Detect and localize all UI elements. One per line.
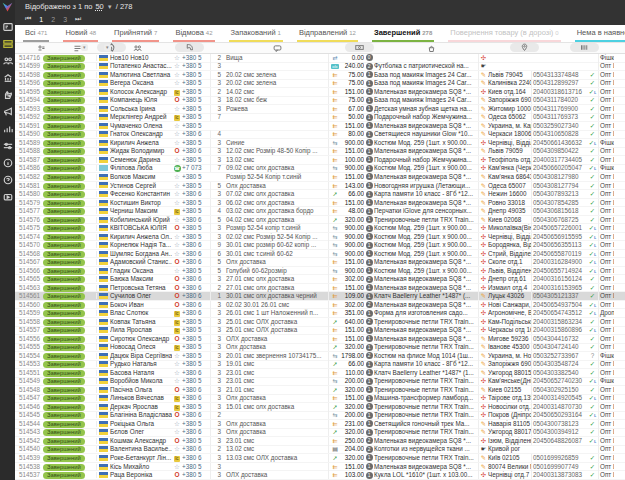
product-name[interactable]: Маленькая видеокамера SQ8 *... <box>374 437 478 445</box>
product-name[interactable]: Костюм Мод. 259 (1шт. х 900.00... <box>374 233 478 241</box>
incoming-call-icon[interactable] <box>97 43 126 52</box>
table-row[interactable]: 514591ЗавершенийЧумаченко Олена☆+380 5⇇1… <box>15 122 625 131</box>
tracking-number[interactable]: 20450654743512 <box>531 309 587 317</box>
client-phone[interactable]: +380 5 <box>182 71 210 79</box>
manager-comment[interactable]: Олх доставка <box>223 420 328 428</box>
client-name[interactable]: КВІТОВСЬКА ЮЛІЯ <box>110 224 172 232</box>
manager-tag[interactable]: Опт L <box>598 130 614 138</box>
status-badge[interactable]: Завершений <box>43 394 96 402</box>
client-phone[interactable]: +380 6 <box>182 250 210 258</box>
table-row[interactable]: 514558ЗавершенийКовпак Татьянаlc+380 532… <box>15 318 625 327</box>
tracking-number[interactable]: 20400316156124 <box>531 275 587 283</box>
delivery-city[interactable]: Покров (Дніпро... <box>488 411 531 419</box>
client-name[interactable]: Адамовский Станис... <box>110 258 172 266</box>
status-badge[interactable]: Завершений <box>43 403 96 411</box>
tracking-number[interactable]: 0503252733967 <box>531 352 587 360</box>
tracking-number[interactable]: 0504312899297 <box>531 79 587 87</box>
client-name[interactable]: Бєлов Олег <box>110 428 172 436</box>
delivery-city[interactable]: Наварія 81105 <box>488 420 531 428</box>
delivery-city[interactable]: Ізюм, Відділенн... <box>488 437 531 445</box>
status-badge[interactable]: Завершений <box>43 428 96 436</box>
client-phone[interactable]: +380 5 <box>182 182 210 190</box>
product-name[interactable]: Тренировочные петли TRX Train... <box>374 411 478 419</box>
client-name[interactable]: Гладик Оксана <box>110 267 172 275</box>
client-name[interactable]: Воробйов Микола <box>110 377 172 385</box>
sliders-icon[interactable] <box>2 140 13 151</box>
tracking-number[interactable]: 0504300394912 <box>531 428 587 436</box>
client-phone[interactable]: +380 5 <box>182 139 210 147</box>
product-name[interactable]: Костюм Мод. 259 (1шт. х 900.00... <box>374 267 478 275</box>
product-name[interactable]: Машина-трансформер ламборд... <box>374 394 478 402</box>
status-badge[interactable]: Завершений <box>43 250 96 258</box>
table-row[interactable]: 514545ЗавершенийБлагініна ВладіславаO+38… <box>15 412 625 421</box>
client-phone[interactable]: +380 6 <box>182 301 210 309</box>
manager-tag[interactable]: Опт L <box>598 156 614 164</box>
tracking-number[interactable]: 0504308127794 <box>531 182 587 190</box>
tracking-number[interactable]: 0501699907749 <box>531 463 587 471</box>
product-name[interactable]: Маленькая видеокамера SQ8 *... <box>374 147 478 155</box>
tab-8[interactable]: Повернення товару (в дорозі)0 <box>448 28 560 42</box>
manager-tag[interactable]: Опт L <box>598 122 614 130</box>
delivery-city[interactable]: Черкасы отд 16 <box>488 326 531 334</box>
client-phone[interactable]: +380 6 <box>182 190 210 198</box>
manager-tag[interactable]: Опт L <box>598 182 614 190</box>
tracking-number[interactable]: 0504302925150 <box>531 386 587 394</box>
client-name[interactable]: Лила Ярослав <box>110 326 172 334</box>
people-icon[interactable] <box>133 43 142 53</box>
product-name[interactable]: База под макияж Images 24 Car... <box>374 96 478 104</box>
client-name[interactable]: Ковпак Татьяна <box>110 318 172 326</box>
client-name[interactable]: Чумаченко Олена <box>110 122 172 130</box>
tracking-number[interactable]: 0504303382540 <box>531 369 587 377</box>
product-name[interactable]: Тренировочные петли TRX Train... <box>374 428 478 436</box>
product-name[interactable]: Маленькая видеокамера SQ8 *... <box>374 88 478 96</box>
client-name[interactable]: Влас Слотюк <box>110 309 172 317</box>
money-icon[interactable] <box>345 43 374 52</box>
client-name[interactable]: Баюка Максим <box>110 275 172 283</box>
table-row[interactable]: 514577ЗавершенийЧерниш Максимlc+380 5403… <box>15 207 625 216</box>
manager-comment[interactable]: 30.01 смс олх доставка черний <box>223 292 328 300</box>
client-name[interactable]: Фесенко Константин <box>110 190 172 198</box>
manager-tag[interactable]: Опт L <box>598 258 614 266</box>
product-name[interactable]: Новогодняя игрушка (Летающи... <box>374 182 478 190</box>
delivery-city[interactable]: Львів, Відділен... <box>488 267 531 275</box>
delivery-city[interactable]: Бородянка, Від... <box>488 241 531 249</box>
tracking-number[interactable]: 0504313374848 <box>531 71 587 79</box>
phone-icon[interactable] <box>175 43 204 52</box>
status-badge[interactable]: Завершений <box>43 62 96 70</box>
delivery-city[interactable]: Мигове 59236 <box>488 335 531 343</box>
tracking-number[interactable]: 20450656915595 <box>531 233 587 241</box>
status-badge[interactable]: Завершений <box>43 463 96 471</box>
tracking-number[interactable]: 0504305121337 <box>531 292 587 300</box>
client-phone[interactable]: +380 5 <box>182 207 210 215</box>
manager-comment[interactable]: 02.02 смс Розмір 52-54 Копір ... <box>223 233 328 241</box>
client-phone[interactable]: +380 5 <box>182 352 210 360</box>
manager-tag[interactable]: Опт L <box>598 360 614 368</box>
table-row[interactable]: 514560ЗавершенийБокоч ИванO+380 6302.02 … <box>15 301 625 310</box>
client-name[interactable]: Рудько Наталья <box>110 360 172 368</box>
client-phone[interactable]: +380 5 <box>182 62 210 70</box>
manager-tag[interactable]: Опт L <box>598 147 614 155</box>
client-phone[interactable]: +380 6 <box>182 369 210 377</box>
manager-comment[interactable]: 26.01 смс 1 шт Наложенний п... <box>223 309 328 317</box>
manager-tag[interactable]: Опт L <box>598 190 614 198</box>
manager-comment[interactable]: Олх доставка <box>223 182 328 190</box>
table-row[interactable]: 514538ЗавершенийКісь Михайло☆+380 53⇇151… <box>15 463 625 472</box>
client-name[interactable]: Новосад Олеся <box>110 343 172 351</box>
tab-5[interactable]: Запакований1 <box>229 28 283 42</box>
delivery-city[interactable]: Ужгород 88015 <box>488 369 531 377</box>
page-size-dropdown[interactable]: 50 <box>95 2 103 11</box>
tracking-number[interactable]: 20450655870119 <box>531 250 587 258</box>
client-phone[interactable]: +380 6 <box>182 284 210 292</box>
tab-3[interactable]: Прийнятий7 <box>112 28 159 42</box>
manager-comment[interactable]: 25.01 смс ОЛХ доставка <box>223 318 328 326</box>
tracking-number[interactable]: 20450660205047 <box>531 164 587 172</box>
status-badge[interactable]: Завершений <box>43 105 96 113</box>
product-name[interactable]: Тренировочные петли TRX Train... <box>374 318 478 326</box>
status-badge[interactable]: Завершений <box>43 122 96 130</box>
product-name[interactable]: Маленькая видеокамера SQ8 *... <box>374 326 478 334</box>
client-phone[interactable]: +380 5 <box>182 54 210 62</box>
status-badge[interactable]: Завершений <box>43 352 96 360</box>
tracking-number[interactable]: 0504311784020 <box>531 96 587 104</box>
client-phone[interactable]: +380 6 <box>182 445 210 453</box>
client-phone[interactable]: +380 5 <box>182 318 210 326</box>
